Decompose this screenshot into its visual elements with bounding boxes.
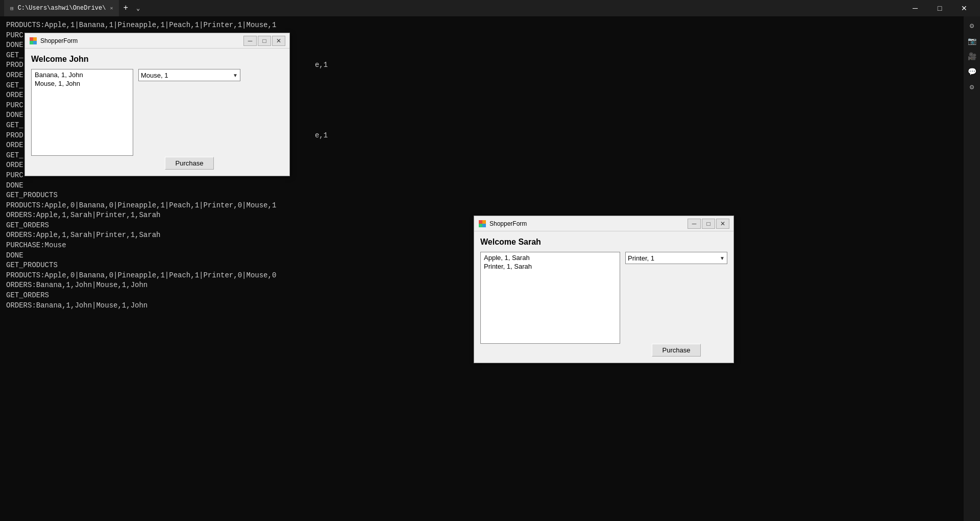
john-window-body: Welcome John Banana, 1, JohnMouse, 1, Jo…: [25, 49, 289, 176]
john-welcome-text: Welcome John: [31, 55, 283, 64]
john-dropdown-value: Mouse, 1: [141, 72, 168, 79]
list-item[interactable]: Printer, 1, Sarah: [482, 262, 619, 271]
sarah-window-title: ShopperForm: [489, 220, 684, 227]
sarah-window-body: Welcome Sarah Apple, 1, SarahPrinter, 1,…: [474, 231, 733, 363]
taskbar: ⊞ C:\Users\ashwi\OneDrive\ ✕ + ⌄ ─ □ ✕: [0, 0, 980, 16]
list-item[interactable]: Apple, 1, Sarah: [482, 253, 619, 262]
tab-area: ⊞ C:\Users\ashwi\OneDrive\ ✕ + ⌄: [4, 0, 144, 16]
tab-chevron-button[interactable]: ⌄: [132, 5, 144, 12]
window-controls: ─ □ ✕: [903, 0, 976, 16]
sarah-purchase-button[interactable]: Purchase: [652, 344, 701, 357]
john-dropdown-arrow: ▼: [233, 73, 238, 78]
camera-icon[interactable]: 📷: [965, 34, 979, 48]
sarah-window-icon: [478, 220, 486, 228]
john-minimize-btn[interactable]: ─: [243, 36, 257, 46]
svg-rect-6: [479, 224, 482, 227]
close-button[interactable]: ✕: [952, 0, 976, 16]
sarah-shopper-window: ShopperForm ─ □ ✕ Welcome Sarah Apple, 1…: [474, 216, 734, 363]
john-purchase-button[interactable]: Purchase: [165, 157, 214, 170]
sarah-welcome-text: Welcome Sarah: [480, 238, 727, 247]
terminal-tab-icon: ⊞: [10, 5, 14, 12]
terminal-line: PRODUCTS:Apple,1|Banana,1|Pineapple,1|Pe…: [6, 20, 974, 31]
john-maximize-btn[interactable]: □: [258, 36, 271, 46]
sarah-window-controls: ─ □ ✕: [688, 219, 729, 229]
john-window-controls: ─ □ ✕: [243, 36, 285, 46]
sarah-content-row: Apple, 1, SarahPrinter, 1, Sarah Printer…: [480, 252, 727, 357]
new-tab-button[interactable]: +: [119, 4, 132, 13]
minimize-button[interactable]: ─: [903, 0, 927, 16]
svg-rect-3: [33, 41, 37, 44]
john-content-row: Banana, 1, JohnMouse, 1, John Mouse, 1 ▼…: [31, 69, 283, 170]
sarah-maximize-btn[interactable]: □: [702, 219, 715, 229]
john-right-panel: Mouse, 1 ▼ Purchase: [138, 69, 240, 170]
john-window-titlebar: ShopperForm ─ □ ✕: [25, 33, 289, 49]
sarah-minimize-btn[interactable]: ─: [688, 219, 701, 229]
maximize-button[interactable]: □: [928, 0, 951, 16]
settings-icon[interactable]: ⚙: [965, 18, 979, 33]
svg-rect-4: [479, 220, 482, 224]
terminal-tab-title: C:\Users\ashwi\OneDrive\: [18, 5, 106, 12]
sarah-window-titlebar: ShopperForm ─ □ ✕: [474, 216, 733, 231]
terminal-tab-close[interactable]: ✕: [110, 5, 113, 11]
terminal-line: PRODUCTS:Apple,0|Banana,0|Pineapple,1|Pe…: [6, 201, 974, 211]
john-window-title: ShopperForm: [40, 37, 240, 44]
john-product-dropdown[interactable]: Mouse, 1 ▼: [138, 69, 240, 81]
svg-rect-0: [30, 37, 33, 41]
john-orders-listbox[interactable]: Banana, 1, JohnMouse, 1, John: [31, 69, 133, 156]
svg-rect-1: [33, 37, 37, 41]
john-window-icon: [29, 37, 37, 45]
right-sidebar: ⚙📷🎥💬⚙: [964, 16, 980, 521]
john-shopper-window: ShopperForm ─ □ ✕ Welcome John Banana, 1…: [24, 33, 290, 176]
sarah-dropdown-value: Printer, 1: [628, 254, 654, 262]
sarah-product-dropdown[interactable]: Printer, 1 ▼: [625, 252, 727, 264]
video-icon[interactable]: 🎥: [965, 49, 979, 63]
chat-icon[interactable]: 💬: [965, 64, 979, 79]
gear-icon[interactable]: ⚙: [965, 80, 979, 94]
list-item[interactable]: Banana, 1, John: [33, 70, 132, 79]
svg-rect-5: [482, 220, 486, 224]
sarah-dropdown-arrow: ▼: [720, 255, 725, 261]
sarah-close-btn[interactable]: ✕: [716, 219, 729, 229]
sarah-orders-listbox[interactable]: Apple, 1, SarahPrinter, 1, Sarah: [480, 252, 620, 344]
terminal-line: DONE: [6, 181, 974, 191]
sarah-right-panel: Printer, 1 ▼ Purchase: [625, 252, 727, 357]
john-close-btn[interactable]: ✕: [272, 36, 285, 46]
terminal-line: GET_PRODUCTS: [6, 191, 974, 201]
svg-rect-7: [482, 224, 486, 227]
terminal-tab[interactable]: ⊞ C:\Users\ashwi\OneDrive\ ✕: [4, 0, 119, 16]
svg-rect-2: [30, 41, 33, 44]
list-item[interactable]: Mouse, 1, John: [33, 79, 132, 88]
